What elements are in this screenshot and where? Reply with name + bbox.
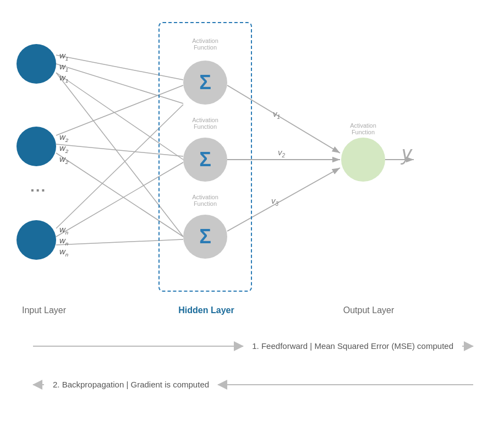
sigma-1: Σ	[199, 71, 211, 94]
output-y-label: y	[402, 142, 412, 165]
weight-w2-line1: w2	[59, 132, 68, 143]
svg-text:v2: v2	[278, 147, 286, 159]
connection-lines: v1 v2 v3	[0, 0, 504, 325]
weight-wn-line2: wn	[59, 236, 68, 247]
output-node	[341, 138, 385, 182]
weight-w1-line2: w1	[59, 62, 68, 73]
feedforward-line	[33, 346, 243, 347]
input-node-3	[17, 220, 56, 260]
input-node-1	[17, 44, 56, 84]
training-arrows-section: 1. Feedforward | Mean Squared Error (MSE…	[0, 330, 504, 448]
weight-wn-line3: wn	[59, 247, 68, 258]
backprop-line-left	[33, 384, 44, 385]
hidden-node-2: Σ	[183, 138, 227, 182]
hidden-node-3: Σ	[183, 215, 227, 259]
sigma-2: Σ	[199, 148, 211, 171]
feedforward-label: 1. Feedforward | Mean Squared Error (MSE…	[243, 341, 462, 351]
weight-w2-line3: w2	[59, 154, 68, 165]
backprop-label: 2. Backpropagation | Gradient is compute…	[44, 380, 218, 389]
input-layer-label: Input Layer	[6, 305, 83, 315]
output-layer-label: Output Layer	[325, 305, 413, 315]
neural-network-diagram: v1 v2 v3 ··· w1 w1 w1 w2 w2 w2 wn wn wn …	[0, 0, 504, 325]
sigma-3: Σ	[199, 225, 211, 248]
weight-wn-line1: wn	[59, 225, 68, 236]
svg-text:v3: v3	[271, 196, 279, 207]
ellipsis-indicator: ···	[30, 182, 46, 199]
act-label-2: Activation Function	[180, 117, 230, 130]
input-node-2	[17, 127, 56, 166]
hidden-layer-label: Hidden Layer	[154, 305, 259, 315]
feedforward-arrow: 1. Feedforward | Mean Squared Error (MSE…	[33, 341, 473, 351]
hidden-node-1: Σ	[183, 61, 227, 105]
weight-w1-line1: w1	[59, 51, 68, 62]
backprop-arrow: 2. Backpropagation | Gradient is compute…	[33, 380, 473, 389]
act-label-3: Activation Function	[180, 194, 230, 207]
weight-w2-line2: w2	[59, 143, 68, 154]
output-act-label: ActivationFunction	[333, 122, 393, 135]
svg-text:v1: v1	[273, 109, 280, 120]
backprop-line-right	[218, 384, 473, 385]
feedforward-line-right	[462, 346, 473, 347]
act-label-1: Activation Function	[180, 37, 230, 51]
weight-w1-line3: w1	[59, 73, 68, 84]
